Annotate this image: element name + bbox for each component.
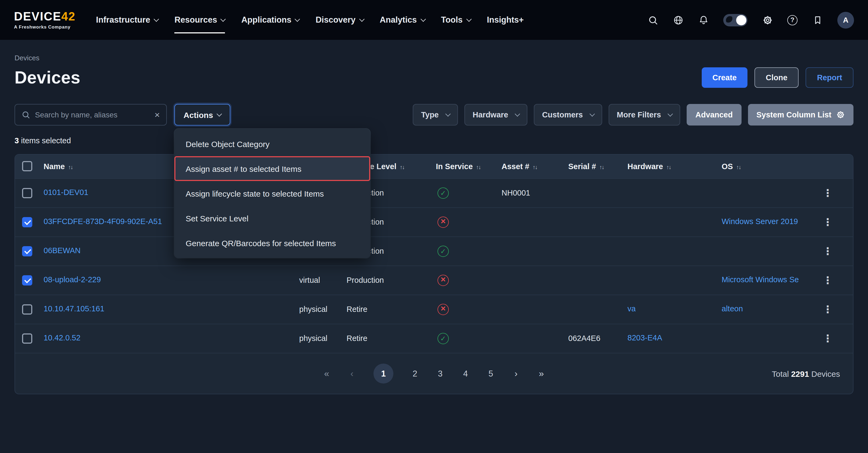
in-service-icon — [437, 187, 449, 198]
serial-cell — [568, 295, 627, 324]
device-name-link[interactable]: 10.42.0.52 — [43, 333, 81, 342]
globe-icon[interactable] — [673, 15, 683, 25]
column-header-asset[interactable]: Asset #↑↓ — [501, 154, 568, 178]
chevron-down-icon — [217, 111, 222, 116]
nav-label: Infrastructure — [96, 15, 150, 25]
menu-item-generate-qr-barcodes[interactable]: Generate QR/Barcodes for selected Items — [174, 230, 370, 255]
row-checkbox[interactable] — [22, 246, 32, 256]
sort-icon: ↑↓ — [532, 164, 537, 170]
actions-dropdown-button[interactable]: Actions — [174, 104, 230, 125]
hardware-link[interactable]: va — [627, 304, 636, 313]
menu-item-delete-object-category[interactable]: Delete Object Category — [174, 132, 370, 156]
menu-item-assign-asset-number[interactable]: Assign asset # to selected Items — [174, 156, 370, 181]
device-name-link[interactable]: 0101-DEV01 — [43, 188, 88, 196]
page-button-2[interactable]: 2 — [411, 369, 418, 378]
gear-icon[interactable] — [762, 15, 773, 25]
column-header-hardware[interactable]: Hardware↑↓ — [627, 154, 722, 178]
chip-label: More Filters — [617, 110, 661, 119]
last-page-button[interactable]: » — [537, 368, 545, 379]
clone-button[interactable]: Clone — [754, 67, 799, 88]
in-service-icon — [437, 245, 449, 257]
total-prefix: Total — [772, 369, 791, 378]
filter-type[interactable]: Type — [413, 104, 458, 125]
page-content: Devices Devices Create Clone Report × Ac… — [0, 40, 868, 394]
search-input[interactable] — [35, 110, 150, 119]
page-button-4[interactable]: 4 — [462, 369, 469, 378]
nav-label: Tools — [441, 15, 463, 25]
row-checkbox[interactable] — [22, 188, 32, 198]
selection-count: 3 — [14, 136, 19, 145]
search-icon[interactable] — [647, 15, 658, 25]
row-menu-icon[interactable]: ⋮ — [818, 214, 837, 230]
row-menu-icon[interactable]: ⋮ — [818, 243, 837, 259]
page-button-1[interactable]: 1 — [373, 364, 393, 384]
table-row: 10.10.47.105:161 physical Retire va alte… — [15, 295, 853, 324]
row-checkbox[interactable] — [22, 275, 32, 285]
bookmark-icon[interactable] — [812, 15, 823, 25]
breadcrumb[interactable]: Devices — [14, 54, 854, 62]
menu-item-assign-lifecycle-state[interactable]: Assign lifecycle state to selected Items — [174, 181, 370, 206]
hardware-link[interactable]: 8203-E4A — [627, 333, 662, 342]
prev-page-button[interactable]: ‹ — [348, 368, 356, 379]
chevron-down-icon — [359, 16, 364, 22]
serial-cell — [568, 236, 627, 265]
row-checkbox[interactable] — [22, 217, 32, 227]
nav-item-insights[interactable]: Insights+ — [487, 0, 524, 40]
nav-item-discovery[interactable]: Discovery — [316, 0, 364, 40]
first-page-button[interactable]: « — [323, 368, 331, 379]
nav-item-infrastructure[interactable]: Infrastructure — [96, 0, 158, 40]
column-label: Hardware — [627, 162, 663, 171]
navbar-icons: ? A — [647, 11, 854, 28]
clear-search-icon[interactable]: × — [154, 110, 160, 119]
filter-customers[interactable]: Customers — [534, 104, 602, 125]
nav-item-applications[interactable]: Applications — [241, 0, 300, 40]
filter-hardware[interactable]: Hardware — [465, 104, 528, 125]
theme-toggle[interactable] — [723, 14, 747, 26]
advanced-button[interactable]: Advanced — [687, 104, 742, 125]
asset-cell — [501, 236, 568, 265]
sort-icon: ↑↓ — [400, 164, 404, 170]
nav-item-analytics[interactable]: Analytics — [380, 0, 425, 40]
system-column-list-button[interactable]: System Column List — [748, 104, 854, 125]
type-cell: physical — [299, 324, 346, 353]
row-menu-icon[interactable]: ⋮ — [818, 331, 837, 346]
row-menu-icon[interactable]: ⋮ — [818, 301, 837, 317]
os-link[interactable]: Windows Server 2019 — [722, 217, 798, 225]
chevron-down-icon — [420, 16, 426, 22]
os-link[interactable]: Microsoft Windows Se — [722, 275, 799, 284]
create-button[interactable]: Create — [702, 67, 747, 88]
row-menu-icon[interactable]: ⋮ — [818, 185, 837, 201]
select-all-checkbox[interactable] — [22, 161, 32, 172]
selection-label: items selected — [19, 136, 71, 145]
asset-cell — [501, 324, 568, 353]
row-checkbox[interactable] — [22, 333, 32, 344]
filter-more-filters[interactable]: More Filters — [609, 104, 680, 125]
os-link[interactable]: alteon — [722, 304, 743, 313]
avatar[interactable]: A — [837, 11, 854, 28]
row-checkbox[interactable] — [22, 304, 32, 314]
device42-logo[interactable]: DEVICE42 A Freshworks Company — [14, 10, 75, 29]
page-button-3[interactable]: 3 — [436, 369, 444, 378]
row-menu-icon[interactable]: ⋮ — [818, 272, 837, 288]
bell-icon[interactable] — [698, 15, 709, 25]
device-name-link[interactable]: 10.10.47.105:161 — [43, 304, 104, 313]
help-icon[interactable]: ? — [787, 15, 798, 25]
device-name-link[interactable]: 03FFCDFE-873D-4F09-902E-A51 — [43, 217, 162, 225]
column-header-in-service[interactable]: In Service↑↓ — [436, 154, 501, 178]
device-name-link[interactable]: 08-upload-2-229 — [43, 275, 101, 284]
nav-item-resources[interactable]: Resources — [174, 0, 225, 40]
report-button[interactable]: Report — [806, 67, 854, 88]
search-icon — [22, 110, 30, 119]
column-label: Serial # — [568, 162, 596, 171]
next-page-button[interactable]: › — [512, 368, 520, 379]
page-button-5[interactable]: 5 — [487, 369, 495, 378]
nav-item-tools[interactable]: Tools — [441, 0, 471, 40]
column-header-os[interactable]: OS↑↓ — [722, 154, 802, 178]
devices-table-card: Name↑↓ Type↑↓ Service Level↑↓ In Service… — [14, 154, 854, 394]
menu-item-set-service-level[interactable]: Set Service Level — [174, 206, 370, 230]
column-header-serial[interactable]: Serial #↑↓ — [568, 154, 627, 178]
device-name-link[interactable]: 06BEWAN — [43, 246, 81, 255]
chevron-down-icon — [590, 111, 595, 116]
serial-cell: 062A4E6 — [568, 324, 627, 353]
type-cell: virtual — [299, 265, 346, 295]
